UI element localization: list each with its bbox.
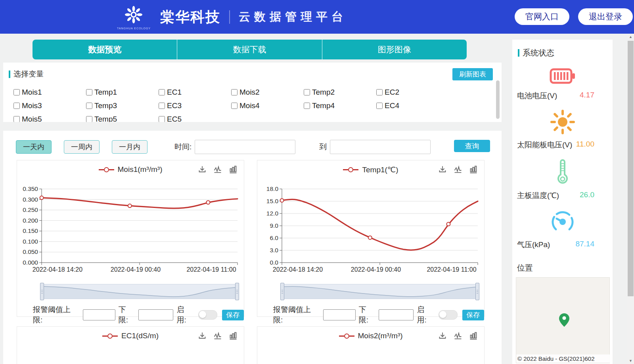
ec3-checkbox[interactable] [159, 103, 165, 109]
scroll-down-arrow[interactable]: ▼ [627, 358, 634, 364]
page-scrollbar[interactable]: ▲ ▼ [627, 34, 634, 364]
checkbox-mois1[interactable]: Mois1 [13, 88, 86, 97]
bar-chart-icon[interactable] [469, 165, 478, 174]
svg-text:2022-04-18 14:20: 2022-04-18 14:20 [33, 266, 82, 273]
download-icon[interactable] [438, 332, 447, 340]
charts-panel: 一天内 一周内 一月内 时间: 到 查询 Mois1(m³/m³) [3, 131, 502, 364]
ec5-checkbox[interactable] [159, 116, 165, 122]
alarm-lower-input[interactable] [379, 309, 414, 320]
temp1-chart-plot[interactable]: 0.03.06.09.012.015.018.02022-04-18 14:20… [257, 183, 483, 273]
checkbox-mois3[interactable]: Mois3 [13, 101, 86, 110]
legend-line-icon [343, 169, 348, 170]
checkbox-mois4[interactable]: Mois4 [231, 101, 304, 110]
bar-chart-icon[interactable] [229, 165, 238, 174]
line-chart-icon[interactable] [454, 332, 462, 340]
line-chart-icon[interactable] [454, 165, 462, 174]
checkbox-ec3[interactable]: EC3 [159, 101, 231, 110]
checkbox-ec1[interactable]: EC1 [159, 88, 231, 97]
legend-line-icon [102, 335, 107, 337]
datazoom-right-handle[interactable] [475, 283, 479, 300]
svg-text:2022-04-18 14:20: 2022-04-18 14:20 [273, 266, 323, 273]
charts-row-2: EC1(dS/m) Mois2(m³/m³) [17, 326, 485, 364]
line-chart-icon[interactable] [213, 165, 222, 174]
checkbox-mois2[interactable]: Mois2 [231, 88, 304, 97]
mois1-chart-plot[interactable]: 0.0000.0500.1000.1500.2000.2500.3000.350… [17, 183, 243, 273]
checkbox-temp2[interactable]: Temp2 [304, 88, 376, 97]
download-icon[interactable] [438, 165, 447, 174]
tab-data-preview[interactable]: 数据预览 [33, 40, 177, 59]
scrollbar-thumb[interactable] [628, 41, 634, 296]
ec4-checkbox[interactable] [376, 103, 383, 109]
toggle-knob [439, 311, 446, 318]
alarm-upper-label: 报警阈值上限: [33, 305, 80, 325]
alarm-lower-input[interactable] [138, 309, 173, 320]
temp5-checkbox[interactable] [86, 116, 92, 122]
bar-chart-icon[interactable] [469, 332, 478, 340]
refresh-chart-button[interactable]: 刷新图表 [452, 68, 493, 80]
datazoom-left-handle[interactable] [280, 283, 284, 300]
temp1-checkbox[interactable] [86, 89, 92, 95]
mois4-checkbox[interactable] [231, 103, 238, 109]
time-from-input[interactable] [195, 140, 295, 154]
alarm-enable-toggle[interactable] [439, 310, 457, 320]
temp1-datazoom-slider[interactable] [282, 284, 478, 299]
alarm-upper-input[interactable] [323, 309, 356, 320]
time-to-input[interactable] [330, 140, 431, 154]
brand-subtitle: TANGHUA ECOLOGY [117, 27, 151, 30]
download-icon[interactable] [198, 332, 207, 340]
svg-text:9.0: 9.0 [270, 222, 278, 229]
checkbox-temp4[interactable]: Temp4 [304, 101, 376, 110]
line-chart-icon[interactable] [213, 332, 222, 340]
temp2-checkbox[interactable] [304, 89, 310, 95]
svg-text:2022-04-19 00:40: 2022-04-19 00:40 [111, 266, 161, 273]
checkbox-ec4[interactable]: EC4 [376, 101, 449, 110]
header-divider [229, 10, 230, 24]
temp4-checkbox[interactable] [304, 103, 310, 109]
alarm-threshold-row: 报警阈值上限: 下限: 启用: 保存 [273, 305, 484, 325]
download-icon[interactable] [198, 165, 207, 174]
checkbox-temp1[interactable]: Temp1 [86, 88, 159, 97]
battery-icon [550, 67, 576, 85]
mois2-checkbox[interactable] [231, 89, 238, 95]
mois1-datazoom-slider[interactable] [42, 284, 238, 299]
official-site-button[interactable]: 官网入口 [515, 8, 569, 25]
checkbox-ec2[interactable]: EC2 [376, 88, 449, 97]
ec2-checkbox[interactable] [376, 89, 383, 95]
legend-line-icon [99, 169, 104, 170]
mois5-checkbox[interactable] [13, 116, 20, 122]
legend-circle-icon [104, 167, 109, 172]
ec1-checkbox[interactable] [159, 89, 165, 95]
alarm-upper-input[interactable] [83, 309, 115, 320]
bar-chart-icon[interactable] [229, 332, 238, 340]
variables-scrollbar[interactable] [496, 80, 500, 119]
svg-text:0.100: 0.100 [23, 238, 38, 245]
mois3-checkbox[interactable] [13, 103, 20, 109]
checkbox-mois5[interactable]: Mois5 [13, 115, 86, 122]
svg-text:12.0: 12.0 [266, 210, 279, 217]
alarm-save-button[interactable]: 保存 [462, 310, 484, 320]
checkbox-temp3[interactable]: Temp3 [86, 101, 159, 110]
alarm-save-button[interactable]: 保存 [222, 310, 244, 320]
range-one-day-button[interactable]: 一天内 [16, 140, 52, 154]
legend-line-icon [109, 169, 114, 170]
gauge-icon [550, 210, 575, 234]
scroll-up-arrow[interactable]: ▲ [627, 34, 634, 40]
checkbox-ec5[interactable]: EC5 [159, 115, 231, 122]
svg-text:0.350: 0.350 [23, 185, 38, 192]
logout-button[interactable]: 退出登录 [578, 8, 633, 25]
range-one-month-button[interactable]: 一月内 [112, 140, 147, 154]
query-button[interactable]: 查询 [454, 140, 490, 152]
datazoom-right-handle[interactable] [235, 283, 239, 300]
tab-graphics[interactable]: 图形图像 [322, 40, 467, 59]
board-temp-value: 26.0 [580, 191, 594, 201]
location-map[interactable]: © 2022 Baidu - GS(2021)602 [516, 277, 610, 363]
mois1-checkbox[interactable] [13, 89, 20, 95]
alarm-enable-toggle[interactable] [198, 310, 217, 320]
range-one-week-button[interactable]: 一周内 [64, 140, 100, 154]
legend-circle-icon [344, 334, 349, 339]
alarm-lower-label: 下限: [119, 305, 136, 325]
tab-data-download[interactable]: 数据下载 [177, 40, 322, 59]
checkbox-temp5[interactable]: Temp5 [86, 115, 159, 122]
datazoom-left-handle[interactable] [40, 283, 44, 300]
temp3-checkbox[interactable] [86, 103, 92, 109]
